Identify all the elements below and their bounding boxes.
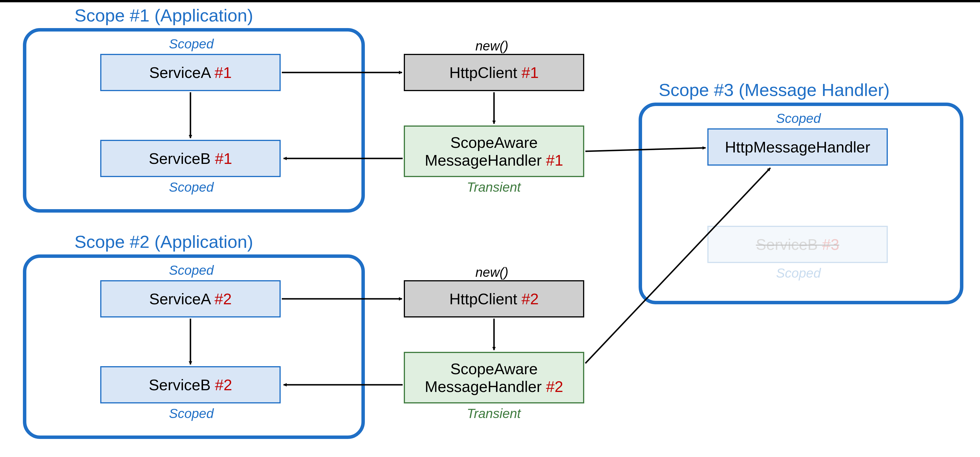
serviceA2-box: ServiceA #2 (100, 280, 281, 317)
serviceB2-lifetime: Scoped (169, 406, 214, 421)
scopeAware1-lifetime: Transient (467, 179, 521, 195)
scope3-title: Scope #3 (Message Handler) (659, 80, 889, 100)
serviceA1-box: ServiceA #1 (100, 54, 281, 91)
httpMsgHandler-lifetime: Scoped (776, 111, 821, 126)
scopeAware1-box: ScopeAware MessageHandler #1 (404, 126, 584, 177)
scopeAware2-lifetime: Transient (467, 406, 521, 421)
scopeAware2-box: ScopeAware MessageHandler #2 (404, 352, 584, 403)
serviceB3-label: ServiceB #3 (756, 236, 839, 253)
serviceA1-label: ServiceA #1 (149, 64, 232, 81)
httpClient1-anno: new() (476, 38, 508, 54)
serviceA2-label: ServiceA #2 (149, 290, 232, 308)
httpClient1-box: HttpClient #1 (404, 54, 584, 91)
httpClient1-label: HttpClient #1 (449, 64, 539, 81)
httpClient2-label: HttpClient #2 (449, 290, 539, 308)
serviceB1-box: ServiceB #1 (100, 140, 281, 177)
httpMsgHandler-label: HttpMessageHandler (725, 138, 870, 156)
scope1-title: Scope #1 (Application) (75, 5, 253, 25)
scopeAware2-label: ScopeAware MessageHandler #2 (425, 360, 563, 395)
serviceB3-lifetime: Scoped (776, 265, 821, 281)
diagram-canvas: Scope #1 (Application) Scoped ServiceA #… (0, 0, 980, 457)
httpClient2-anno: new() (476, 264, 508, 280)
scopeAware1-label: ScopeAware MessageHandler #1 (425, 134, 563, 169)
serviceB1-lifetime: Scoped (169, 179, 214, 195)
serviceB1-label: ServiceB #1 (149, 150, 232, 167)
scope2-title: Scope #2 (Application) (75, 231, 253, 252)
serviceB2-box: ServiceB #2 (100, 366, 281, 403)
serviceB3-box: ServiceB #3 (707, 226, 888, 263)
httpMsgHandler-box: HttpMessageHandler (707, 128, 888, 166)
serviceA2-lifetime: Scoped (169, 263, 214, 278)
httpClient2-box: HttpClient #2 (404, 280, 584, 317)
serviceB2-label: ServiceB #2 (149, 376, 232, 394)
serviceA1-lifetime: Scoped (169, 36, 214, 52)
